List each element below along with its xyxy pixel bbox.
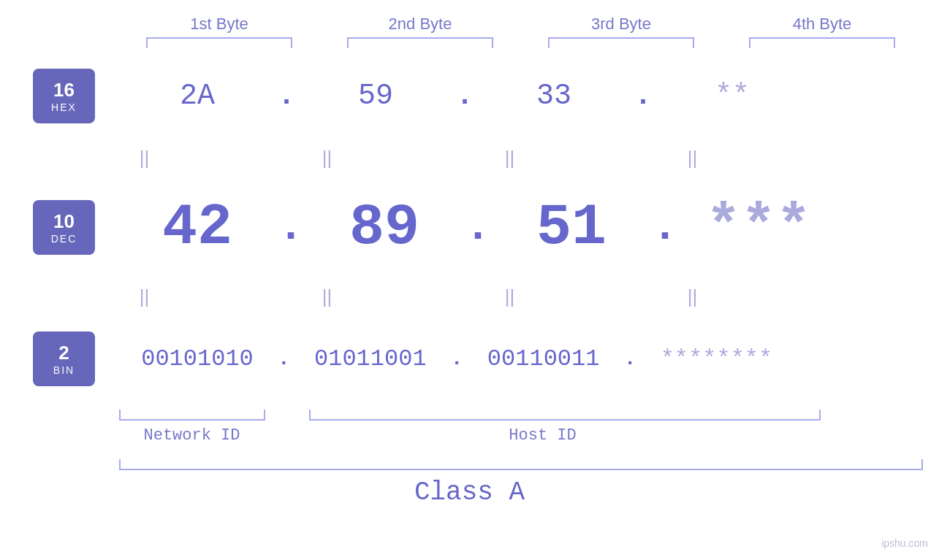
eq5: || bbox=[64, 285, 225, 308]
main-container: 1st Byte 2nd Byte 3rd Byte 4th Byte 16 H… bbox=[0, 0, 939, 560]
hex-base-label: HEX bbox=[51, 101, 77, 113]
dec-base-label: DEC bbox=[51, 233, 77, 245]
bin-dot2: . bbox=[451, 348, 463, 370]
bin-base-num: 2 bbox=[58, 342, 69, 364]
top-brackets bbox=[119, 37, 923, 48]
dec-base-num: 10 bbox=[53, 210, 75, 233]
hex-b3: 33 bbox=[474, 80, 634, 112]
dec-dot2: . bbox=[465, 202, 491, 252]
eq4: || bbox=[612, 147, 773, 169]
big-bracket bbox=[119, 459, 923, 470]
eq3: || bbox=[430, 147, 590, 169]
equals-row-1: || || || || bbox=[64, 143, 940, 172]
eq6: || bbox=[247, 285, 408, 308]
class-a-label: Class A bbox=[414, 477, 525, 507]
hex-base-num: 16 bbox=[53, 79, 75, 101]
byte4-label: 4th Byte bbox=[742, 15, 902, 34]
id-labels-row: Network ID Host ID bbox=[119, 426, 923, 445]
hex-b4: ** bbox=[652, 80, 813, 112]
dec-b1: 42 bbox=[117, 194, 278, 261]
dec-b4: *** bbox=[678, 194, 839, 261]
bin-dot3: . bbox=[624, 348, 636, 370]
network-bracket bbox=[119, 410, 265, 421]
hex-b2: 59 bbox=[295, 80, 456, 112]
hex-dot1: . bbox=[278, 80, 295, 112]
hex-b1: 2A bbox=[117, 80, 278, 112]
hex-badge: 16 HEX bbox=[33, 69, 95, 123]
host-bracket bbox=[309, 410, 821, 421]
network-id-label: Network ID bbox=[119, 426, 265, 445]
bin-dot1: . bbox=[278, 348, 290, 370]
dec-dot3: . bbox=[652, 202, 678, 252]
hex-dot3: . bbox=[634, 80, 652, 112]
dec-row: 10 DEC 42 . 89 . 51 . *** bbox=[0, 172, 939, 282]
dec-b2: 89 bbox=[304, 194, 465, 261]
bin-b2: 01011001 bbox=[290, 345, 451, 372]
class-label-row: Class A bbox=[0, 477, 939, 507]
bin-b4: ******** bbox=[636, 345, 797, 372]
eq8: || bbox=[612, 285, 773, 308]
bin-badge: 2 BIN bbox=[33, 331, 95, 386]
eq7: || bbox=[430, 285, 590, 308]
host-id-label: Host ID bbox=[287, 426, 799, 445]
byte-headers: 1st Byte 2nd Byte 3rd Byte 4th Byte bbox=[119, 0, 923, 34]
dec-dot1: . bbox=[278, 202, 304, 252]
dec-b3: 51 bbox=[491, 194, 652, 261]
watermark: ipshu.com bbox=[881, 537, 928, 549]
bin-b1: 00101010 bbox=[117, 345, 278, 372]
byte2-label: 2nd Byte bbox=[340, 15, 501, 34]
byte3-label: 3rd Byte bbox=[541, 15, 702, 34]
equals-row-2: || || || || bbox=[64, 282, 940, 311]
bin-numbers: 00101010 . 01011001 . 00110011 . *******… bbox=[117, 345, 939, 372]
bin-b3: 00110011 bbox=[463, 345, 624, 372]
bracket-2 bbox=[347, 37, 493, 48]
byte1-label: 1st Byte bbox=[139, 15, 300, 34]
bin-row: 2 BIN 00101010 . 01011001 . 00110011 . *… bbox=[0, 311, 939, 406]
eq2: || bbox=[247, 147, 408, 169]
dec-badge: 10 DEC bbox=[33, 200, 95, 255]
bracket-1 bbox=[146, 37, 292, 48]
hex-dot2: . bbox=[456, 80, 474, 112]
bin-base-label: BIN bbox=[53, 364, 75, 376]
hex-row: 16 HEX 2A . 59 . 33 . ** bbox=[0, 48, 939, 143]
bottom-id-brackets bbox=[119, 410, 923, 421]
eq1: || bbox=[64, 147, 225, 169]
hex-numbers: 2A . 59 . 33 . ** bbox=[117, 80, 939, 112]
bracket-3 bbox=[548, 37, 694, 48]
bracket-4 bbox=[749, 37, 895, 48]
dec-numbers: 42 . 89 . 51 . *** bbox=[117, 194, 939, 261]
